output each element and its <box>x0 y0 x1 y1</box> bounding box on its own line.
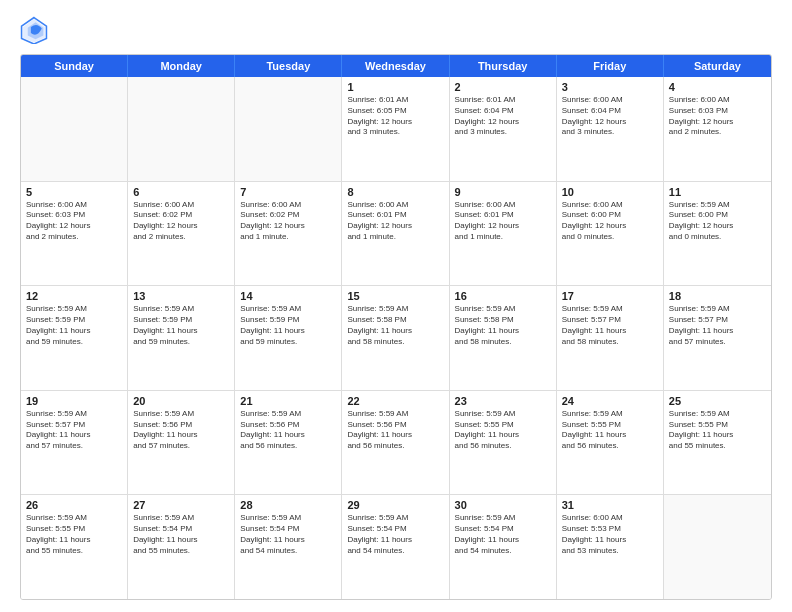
calendar-cell-1: 1Sunrise: 6:01 AM Sunset: 6:05 PM Daylig… <box>342 77 449 181</box>
calendar-cell-empty-0-1 <box>128 77 235 181</box>
cell-date-number: 17 <box>562 290 658 302</box>
calendar-row-1: 5Sunrise: 6:00 AM Sunset: 6:03 PM Daylig… <box>21 182 771 287</box>
calendar-cell-empty-4-6 <box>664 495 771 599</box>
calendar-row-0: 1Sunrise: 6:01 AM Sunset: 6:05 PM Daylig… <box>21 77 771 182</box>
weekday-header-friday: Friday <box>557 55 664 77</box>
weekday-header-saturday: Saturday <box>664 55 771 77</box>
cell-info-text: Sunrise: 6:00 AM Sunset: 6:03 PM Dayligh… <box>669 95 766 138</box>
cell-info-text: Sunrise: 5:59 AM Sunset: 6:00 PM Dayligh… <box>669 200 766 243</box>
calendar-cell-10: 10Sunrise: 6:00 AM Sunset: 6:00 PM Dayli… <box>557 182 664 286</box>
cell-info-text: Sunrise: 5:59 AM Sunset: 5:57 PM Dayligh… <box>26 409 122 452</box>
cell-date-number: 25 <box>669 395 766 407</box>
cell-date-number: 13 <box>133 290 229 302</box>
calendar-header: SundayMondayTuesdayWednesdayThursdayFrid… <box>21 55 771 77</box>
cell-info-text: Sunrise: 5:59 AM Sunset: 5:54 PM Dayligh… <box>133 513 229 556</box>
weekday-header-sunday: Sunday <box>21 55 128 77</box>
cell-info-text: Sunrise: 6:00 AM Sunset: 6:02 PM Dayligh… <box>240 200 336 243</box>
cell-date-number: 15 <box>347 290 443 302</box>
calendar-cell-14: 14Sunrise: 5:59 AM Sunset: 5:59 PM Dayli… <box>235 286 342 390</box>
cell-info-text: Sunrise: 5:59 AM Sunset: 5:55 PM Dayligh… <box>455 409 551 452</box>
calendar-cell-21: 21Sunrise: 5:59 AM Sunset: 5:56 PM Dayli… <box>235 391 342 495</box>
calendar-row-4: 26Sunrise: 5:59 AM Sunset: 5:55 PM Dayli… <box>21 495 771 599</box>
cell-info-text: Sunrise: 5:59 AM Sunset: 5:59 PM Dayligh… <box>240 304 336 347</box>
cell-info-text: Sunrise: 5:59 AM Sunset: 5:54 PM Dayligh… <box>455 513 551 556</box>
cell-info-text: Sunrise: 6:01 AM Sunset: 6:04 PM Dayligh… <box>455 95 551 138</box>
calendar-cell-25: 25Sunrise: 5:59 AM Sunset: 5:55 PM Dayli… <box>664 391 771 495</box>
cell-date-number: 21 <box>240 395 336 407</box>
cell-info-text: Sunrise: 5:59 AM Sunset: 5:55 PM Dayligh… <box>562 409 658 452</box>
cell-info-text: Sunrise: 5:59 AM Sunset: 5:59 PM Dayligh… <box>133 304 229 347</box>
cell-info-text: Sunrise: 5:59 AM Sunset: 5:54 PM Dayligh… <box>240 513 336 556</box>
calendar-cell-30: 30Sunrise: 5:59 AM Sunset: 5:54 PM Dayli… <box>450 495 557 599</box>
cell-date-number: 31 <box>562 499 658 511</box>
cell-info-text: Sunrise: 5:59 AM Sunset: 5:57 PM Dayligh… <box>562 304 658 347</box>
cell-info-text: Sunrise: 6:00 AM Sunset: 6:01 PM Dayligh… <box>455 200 551 243</box>
cell-info-text: Sunrise: 5:59 AM Sunset: 5:55 PM Dayligh… <box>26 513 122 556</box>
cell-date-number: 30 <box>455 499 551 511</box>
cell-date-number: 2 <box>455 81 551 93</box>
cell-info-text: Sunrise: 6:00 AM Sunset: 6:03 PM Dayligh… <box>26 200 122 243</box>
cell-date-number: 9 <box>455 186 551 198</box>
calendar-cell-29: 29Sunrise: 5:59 AM Sunset: 5:54 PM Dayli… <box>342 495 449 599</box>
cell-date-number: 7 <box>240 186 336 198</box>
cell-date-number: 22 <box>347 395 443 407</box>
cell-date-number: 16 <box>455 290 551 302</box>
cell-info-text: Sunrise: 5:59 AM Sunset: 5:56 PM Dayligh… <box>240 409 336 452</box>
cell-info-text: Sunrise: 5:59 AM Sunset: 5:58 PM Dayligh… <box>347 304 443 347</box>
cell-info-text: Sunrise: 5:59 AM Sunset: 5:54 PM Dayligh… <box>347 513 443 556</box>
cell-info-text: Sunrise: 5:59 AM Sunset: 5:55 PM Dayligh… <box>669 409 766 452</box>
calendar-cell-6: 6Sunrise: 6:00 AM Sunset: 6:02 PM Daylig… <box>128 182 235 286</box>
weekday-header-thursday: Thursday <box>450 55 557 77</box>
page: SundayMondayTuesdayWednesdayThursdayFrid… <box>0 0 792 612</box>
calendar-cell-15: 15Sunrise: 5:59 AM Sunset: 5:58 PM Dayli… <box>342 286 449 390</box>
calendar-cell-5: 5Sunrise: 6:00 AM Sunset: 6:03 PM Daylig… <box>21 182 128 286</box>
calendar-cell-22: 22Sunrise: 5:59 AM Sunset: 5:56 PM Dayli… <box>342 391 449 495</box>
calendar-cell-13: 13Sunrise: 5:59 AM Sunset: 5:59 PM Dayli… <box>128 286 235 390</box>
calendar-row-2: 12Sunrise: 5:59 AM Sunset: 5:59 PM Dayli… <box>21 286 771 391</box>
calendar-cell-empty-0-0 <box>21 77 128 181</box>
calendar-body: 1Sunrise: 6:01 AM Sunset: 6:05 PM Daylig… <box>21 77 771 599</box>
cell-date-number: 12 <box>26 290 122 302</box>
cell-info-text: Sunrise: 5:59 AM Sunset: 5:56 PM Dayligh… <box>133 409 229 452</box>
calendar-cell-4: 4Sunrise: 6:00 AM Sunset: 6:03 PM Daylig… <box>664 77 771 181</box>
cell-info-text: Sunrise: 6:00 AM Sunset: 6:02 PM Dayligh… <box>133 200 229 243</box>
cell-info-text: Sunrise: 6:00 AM Sunset: 5:53 PM Dayligh… <box>562 513 658 556</box>
weekday-header-monday: Monday <box>128 55 235 77</box>
cell-date-number: 8 <box>347 186 443 198</box>
cell-date-number: 1 <box>347 81 443 93</box>
cell-info-text: Sunrise: 5:59 AM Sunset: 5:58 PM Dayligh… <box>455 304 551 347</box>
cell-info-text: Sunrise: 5:59 AM Sunset: 5:59 PM Dayligh… <box>26 304 122 347</box>
logo <box>20 16 52 44</box>
cell-date-number: 18 <box>669 290 766 302</box>
calendar-cell-27: 27Sunrise: 5:59 AM Sunset: 5:54 PM Dayli… <box>128 495 235 599</box>
logo-icon <box>20 16 48 44</box>
cell-date-number: 6 <box>133 186 229 198</box>
header <box>20 16 772 44</box>
calendar-cell-24: 24Sunrise: 5:59 AM Sunset: 5:55 PM Dayli… <box>557 391 664 495</box>
calendar-cell-12: 12Sunrise: 5:59 AM Sunset: 5:59 PM Dayli… <box>21 286 128 390</box>
calendar-cell-28: 28Sunrise: 5:59 AM Sunset: 5:54 PM Dayli… <box>235 495 342 599</box>
calendar-cell-31: 31Sunrise: 6:00 AM Sunset: 5:53 PM Dayli… <box>557 495 664 599</box>
calendar-cell-26: 26Sunrise: 5:59 AM Sunset: 5:55 PM Dayli… <box>21 495 128 599</box>
cell-date-number: 19 <box>26 395 122 407</box>
calendar-cell-9: 9Sunrise: 6:00 AM Sunset: 6:01 PM Daylig… <box>450 182 557 286</box>
calendar-row-3: 19Sunrise: 5:59 AM Sunset: 5:57 PM Dayli… <box>21 391 771 496</box>
weekday-header-tuesday: Tuesday <box>235 55 342 77</box>
calendar-cell-17: 17Sunrise: 5:59 AM Sunset: 5:57 PM Dayli… <box>557 286 664 390</box>
calendar-cell-2: 2Sunrise: 6:01 AM Sunset: 6:04 PM Daylig… <box>450 77 557 181</box>
calendar-cell-19: 19Sunrise: 5:59 AM Sunset: 5:57 PM Dayli… <box>21 391 128 495</box>
cell-date-number: 23 <box>455 395 551 407</box>
cell-date-number: 24 <box>562 395 658 407</box>
cell-date-number: 29 <box>347 499 443 511</box>
cell-date-number: 10 <box>562 186 658 198</box>
cell-date-number: 20 <box>133 395 229 407</box>
calendar-cell-20: 20Sunrise: 5:59 AM Sunset: 5:56 PM Dayli… <box>128 391 235 495</box>
cell-info-text: Sunrise: 6:00 AM Sunset: 6:01 PM Dayligh… <box>347 200 443 243</box>
cell-date-number: 4 <box>669 81 766 93</box>
cell-date-number: 27 <box>133 499 229 511</box>
cell-date-number: 26 <box>26 499 122 511</box>
calendar-cell-8: 8Sunrise: 6:00 AM Sunset: 6:01 PM Daylig… <box>342 182 449 286</box>
cell-info-text: Sunrise: 6:00 AM Sunset: 6:04 PM Dayligh… <box>562 95 658 138</box>
calendar-cell-18: 18Sunrise: 5:59 AM Sunset: 5:57 PM Dayli… <box>664 286 771 390</box>
cell-date-number: 5 <box>26 186 122 198</box>
